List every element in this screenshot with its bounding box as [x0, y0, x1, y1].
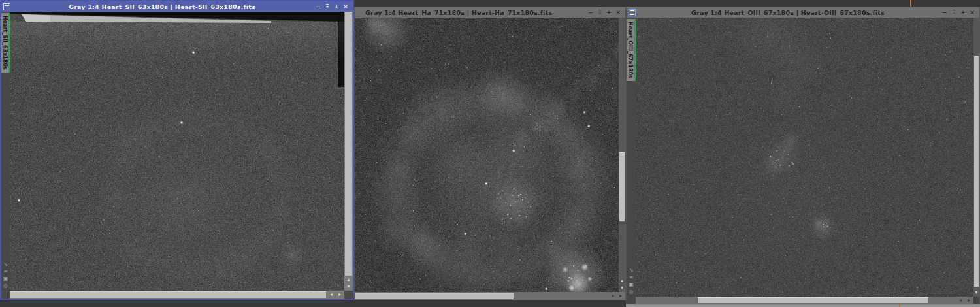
window-title-oiii: Gray 1:4 Heart_OIII_67x180s | Heart-OIII… [636, 9, 940, 16]
scrollbar-thumb[interactable] [974, 56, 979, 287]
scroll-down-icon[interactable]: ▾ [973, 289, 979, 296]
view-tab-oiii[interactable]: Heart_OIII_67x180s [627, 19, 636, 81]
scroll-up-icon[interactable]: ▴ [619, 277, 625, 284]
scroll-right-icon[interactable]: ▸ [336, 291, 344, 299]
zoom-mode-icon[interactable]: ↘ [3, 261, 8, 268]
window-title-ha: Gray 1:4 Heart_Ha_71x180s | Heart-Ha_71x… [355, 9, 586, 16]
shade-button[interactable]: Ξ [595, 8, 604, 17]
scroll-left-icon[interactable]: ◂ [327, 291, 335, 299]
zoom-mode-icon[interactable]: ↘ [629, 267, 634, 274]
maximize-button[interactable]: + [958, 8, 968, 17]
horizontal-scrollbar[interactable]: ◂ ▸ [10, 291, 344, 299]
scroll-left-icon[interactable]: ◂ [956, 297, 964, 304]
window-ha: Gray 1:4 Heart_Ha_71x180s | Heart-Ha_71x… [354, 7, 626, 300]
window-controls: −Ξ+× [586, 8, 623, 17]
view-tab-label: Heart_SII_63x180s [1, 13, 8, 73]
selector-icons: ↘ ≡ ▣ ◎ [1, 261, 10, 289]
vertical-scrollbar[interactable]: ▴ ▾ [619, 18, 625, 292]
view-selector-strip: Heart_SII_63x180s ↘ ≡ ▣ ◎ [1, 12, 10, 291]
window-controls: −Ξ+× [314, 2, 350, 11]
view-selector-strip: Heart_OIII_67x180s ↘ ≡ ▣ ◎ [627, 18, 636, 297]
shade-button[interactable]: Ξ [323, 2, 332, 11]
scrollbar-thumb[interactable] [698, 297, 928, 303]
vertical-scrollbar[interactable]: ▾ [973, 18, 979, 297]
image-view-oiii[interactable] [636, 18, 973, 297]
close-button[interactable]: × [968, 8, 977, 17]
titlebar-oiii[interactable]: Gray 1:4 Heart_OIII_67x180s | Heart-OIII… [627, 7, 979, 18]
minimize-button[interactable]: − [314, 2, 323, 11]
maximize-button[interactable]: + [604, 8, 613, 17]
fit-window-icon[interactable]: ≡ [629, 274, 634, 281]
active-view-marker [634, 19, 636, 81]
shade-button[interactable]: Ξ [949, 8, 958, 17]
scroll-left-icon[interactable]: ◂ [608, 292, 616, 300]
active-view-marker [8, 13, 10, 73]
workspace-bottom-strip [626, 304, 980, 307]
minimize-button[interactable]: − [940, 8, 949, 17]
close-button[interactable]: × [613, 8, 623, 17]
scrollbar-thumb[interactable] [10, 291, 326, 298]
window-oiii: Gray 1:4 Heart_OIII_67x180s | Heart-OIII… [626, 7, 980, 304]
horizontal-scrollbar[interactable]: ◂ ▸ [355, 292, 625, 300]
scroll-down-icon[interactable]: ▾ [344, 283, 353, 290]
screen-transfer-icon[interactable]: ◎ [3, 283, 8, 289]
window-controls: −Ξ+× [940, 8, 977, 17]
view-tab-sii[interactable]: Heart_SII_63x180s [1, 13, 10, 73]
scroll-down-icon[interactable]: ▾ [619, 284, 625, 291]
screen-transfer-icon[interactable]: ◎ [629, 289, 634, 295]
scrollbar-thumb[interactable] [355, 293, 514, 299]
view-tab-label: Heart_OIII_67x180s [627, 19, 633, 81]
scroll-right-icon[interactable]: ▸ [617, 292, 625, 300]
minimize-button[interactable]: − [586, 8, 595, 17]
titlebar-ha[interactable]: Gray 1:4 Heart_Ha_71x180s | Heart-Ha_71x… [355, 7, 625, 18]
maximize-button[interactable]: + [332, 2, 341, 11]
image-view-ha[interactable] [355, 18, 619, 292]
new-view-icon[interactable]: ▣ [3, 276, 8, 282]
fit-window-icon[interactable]: ≡ [3, 268, 8, 275]
new-view-icon[interactable]: ▣ [629, 282, 634, 288]
window-sii: Gray 1:4 Heart_SII_63x180s | Heart-SII_6… [0, 0, 354, 300]
horizontal-scrollbar[interactable]: ◂ ▸ [636, 297, 973, 304]
pixinsight-workspace: Gray 1:4 Heart_SII_63x180s | Heart-SII_6… [0, 0, 980, 307]
image-view-sii[interactable] [10, 12, 344, 291]
titlebar-sii[interactable]: Gray 1:4 Heart_SII_63x180s | Heart-SII_6… [1, 1, 353, 12]
window-title-sii: Gray 1:4 Heart_SII_63x180s | Heart-SII_6… [10, 3, 314, 10]
scroll-up-icon[interactable]: ▴ [344, 276, 353, 283]
window-icon[interactable] [629, 9, 636, 16]
window-icon[interactable] [3, 3, 10, 10]
close-button[interactable]: × [341, 2, 350, 11]
scroll-right-icon[interactable]: ▸ [965, 297, 973, 304]
scrollbar-thumb[interactable] [619, 152, 625, 221]
vertical-scrollbar[interactable]: ▴ ▾ [344, 12, 353, 291]
selector-icons: ↘ ≡ ▣ ◎ [627, 267, 636, 295]
scrollbar-thumb[interactable] [345, 12, 352, 276]
